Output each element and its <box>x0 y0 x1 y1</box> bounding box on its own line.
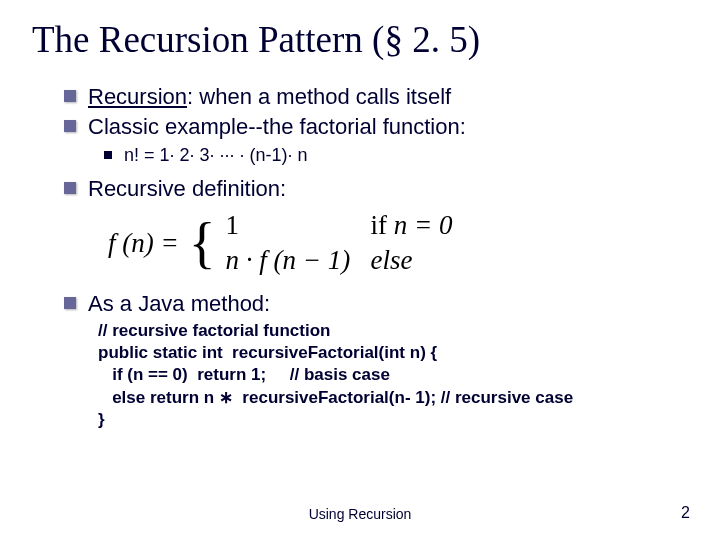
subbullet-marker-icon <box>104 151 112 159</box>
bullet-java-method: As a Java method: <box>64 290 690 318</box>
bullet-marker-icon <box>64 120 76 132</box>
brace-icon: { <box>189 218 216 268</box>
bullet-text: Recursive definition: <box>88 175 286 203</box>
formula-cases: 1 if n = 0 n · f (n − 1) else <box>226 210 453 276</box>
bullet-text: Classic example--the factorial function: <box>88 113 466 141</box>
case-condition: else <box>371 245 431 276</box>
bullet-recursion-def: Recursion: when a method calls itself <box>64 83 690 111</box>
term-recursion: Recursion <box>88 84 187 109</box>
case-base: 1 if n = 0 <box>226 210 453 241</box>
bullet-marker-icon <box>64 182 76 194</box>
code-line: if (n == 0) return 1; // basis case <box>98 365 390 384</box>
bullet-classic-example: Classic example--the factorial function: <box>64 113 690 141</box>
code-line: // recursive factorial function <box>98 321 330 340</box>
formula-piecewise: f (n) = { 1 if n = 0 n · f (n − 1) else <box>108 210 690 276</box>
bullet-marker-icon <box>64 90 76 102</box>
subbullet-factorial-expansion: n! = 1· 2· 3· ··· · (n-1)· n <box>104 144 690 167</box>
subbullet-text: n! = 1· 2· 3· ··· · (n-1)· n <box>124 144 308 167</box>
formula-lhs: f (n) = <box>108 228 179 259</box>
code-line: public static int recursiveFactorial(int… <box>98 343 437 362</box>
page-number: 2 <box>681 504 690 522</box>
bullet-recursive-definition: Recursive definition: <box>64 175 690 203</box>
footer-label: Using Recursion <box>0 506 720 522</box>
case-value: n · f (n − 1) <box>226 245 371 276</box>
bullet-marker-icon <box>64 297 76 309</box>
bullet-text: As a Java method: <box>88 290 270 318</box>
recursion-def-rest: : when a method calls itself <box>187 84 451 109</box>
code-block-factorial: // recursive factorial function public s… <box>98 320 690 432</box>
case-cond-if: if <box>371 210 388 240</box>
case-cond-expr: n = 0 <box>394 210 453 240</box>
case-value: 1 <box>226 210 371 241</box>
bullet-text: Recursion: when a method calls itself <box>88 83 451 111</box>
case-condition: if n = 0 <box>371 210 453 241</box>
code-line: else return n ∗ recursiveFactorial(n- 1)… <box>98 388 573 407</box>
slide-title: The Recursion Pattern (§ 2. 5) <box>32 18 690 61</box>
slide: The Recursion Pattern (§ 2. 5) Recursion… <box>0 0 720 442</box>
code-line: } <box>98 410 105 429</box>
case-recursive: n · f (n − 1) else <box>226 245 453 276</box>
